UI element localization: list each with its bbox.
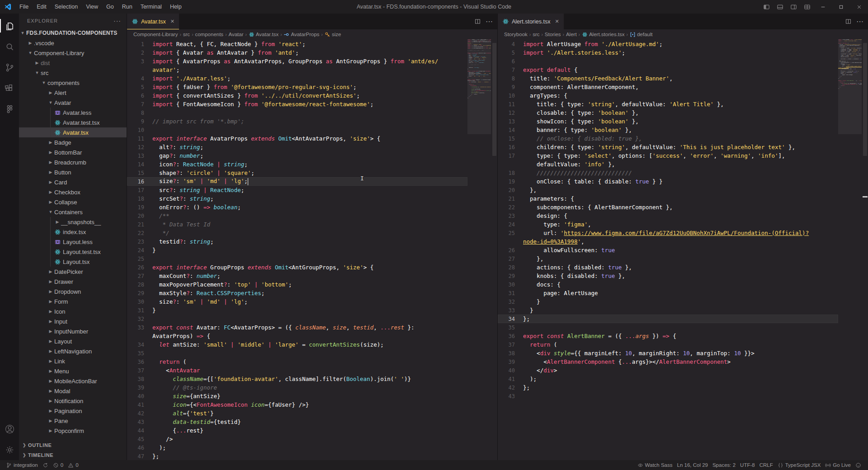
menu-item-terminal[interactable]: Terminal <box>137 0 166 14</box>
breadcrumb-src[interactable]: src <box>183 32 190 37</box>
tree-item-avatar-tsx[interactable]: Avatar.tsx <box>19 127 127 137</box>
breadcrumb-stories[interactable]: Stories <box>545 32 561 37</box>
code-editor[interactable]: 1import React, { FC, ReactNode } from 'r… <box>127 39 497 460</box>
tree-item-containers[interactable]: ▼Containers <box>19 207 127 217</box>
explorer-icon[interactable] <box>0 15 19 36</box>
status-indentation[interactable]: Spaces: 2 <box>710 460 738 470</box>
status-eol[interactable]: CRLF <box>757 460 775 470</box>
section-timeline[interactable]: ❯TIMELINE <box>19 450 127 460</box>
menu-item-go[interactable]: Go <box>102 0 118 14</box>
tree-item-components[interactable]: ▼components <box>19 78 127 88</box>
menu-item-file[interactable]: File <box>15 0 33 14</box>
search-icon[interactable] <box>0 36 19 57</box>
editor-more-actions-icon[interactable]: ⋯ <box>856 17 863 26</box>
customize-layout-button[interactable] <box>800 0 814 14</box>
status-encoding[interactable]: UTF-8 <box>738 460 757 470</box>
close-tab-icon[interactable]: ✕ <box>170 19 175 24</box>
split-editor-icon[interactable] <box>845 18 852 25</box>
tree-item-src[interactable]: ▼src <box>19 68 127 78</box>
menu-item-help[interactable]: Help <box>166 0 186 14</box>
breadcrumb-avatarprops[interactable]: AvatarProps <box>283 32 319 38</box>
tree-item-avatar-less[interactable]: {0}Avatar.less <box>19 108 127 118</box>
toggle-primary-sidebar-button[interactable] <box>760 0 773 14</box>
tab-avatar-tsx[interactable]: Avatar.tsx ✕ <box>127 14 179 29</box>
tree-item-pagination[interactable]: ▶Pagination <box>19 406 127 416</box>
status-language-mode[interactable]: TypeScript JSX <box>775 460 823 470</box>
tree-item-dropdown[interactable]: ▶Dropdown <box>19 287 127 296</box>
breadcrumb-default[interactable]: default <box>630 32 653 38</box>
breadcrumb-avatar[interactable]: Avatar <box>228 32 243 37</box>
section-outline[interactable]: ❯OUTLINE <box>19 440 127 450</box>
menu-item-view[interactable]: View <box>82 0 102 14</box>
status-errors[interactable]: 0 <box>51 460 66 470</box>
tree-item-component-library[interactable]: ▼Component-Library <box>19 48 127 58</box>
status-cursor-position[interactable]: Ln 16, Col 29 <box>675 460 710 470</box>
tree-item-pane[interactable]: ▶Pane <box>19 416 127 426</box>
breadcrumb-alert-stories-tsx[interactable]: Alert.stories.tsx <box>582 32 625 38</box>
tree-item-drawer[interactable]: ▶Drawer <box>19 277 127 287</box>
tree-item-modal[interactable]: ▶Modal <box>19 386 127 396</box>
breadcrumb-src[interactable]: src <box>533 32 539 37</box>
status-git-branch[interactable]: integration <box>4 460 40 470</box>
status-warnings[interactable]: 0 <box>66 460 80 470</box>
tree-item-mobileactionbar[interactable]: ▶MobileActionBar <box>19 376 127 386</box>
menu-item-selection[interactable]: Selection <box>51 0 82 14</box>
explorer-more-actions-button[interactable]: ··· <box>113 17 121 24</box>
minimap[interactable]: import React, { FC, ReactNode } from 're… <box>467 39 491 99</box>
tree-item-checkbox[interactable]: ▶Checkbox <box>19 187 127 197</box>
scrollbar-thumb[interactable] <box>863 43 867 156</box>
menu-item-run[interactable]: Run <box>118 0 137 14</box>
menu-item-edit[interactable]: Edit <box>33 0 51 14</box>
tree-item-layout-less[interactable]: {0}Layout.less <box>19 237 127 247</box>
toggle-secondary-sidebar-button[interactable] <box>787 0 800 14</box>
tree-item-snapshots[interactable]: ▶__snapshots__ <box>19 217 127 227</box>
breadcrumb-components[interactable]: components <box>195 32 223 37</box>
tree-item-avatar-test-tsx[interactable]: Avatar.test.tsx <box>19 118 127 127</box>
tree-item-layout-test-tsx[interactable]: Layout.test.tsx <box>19 247 127 257</box>
status-feedback[interactable] <box>853 460 863 470</box>
tree-item-popconfirm[interactable]: ▶Popconfirm <box>19 426 127 436</box>
tree-item-leftnavigation[interactable]: ▶LeftNavigation <box>19 346 127 356</box>
tree-item-collapse[interactable]: ▶Collapse <box>19 197 127 207</box>
tree-item-badge[interactable]: ▶Badge <box>19 137 127 147</box>
accounts-icon[interactable] <box>0 418 19 439</box>
tree-item-form[interactable]: ▶Form <box>19 296 127 306</box>
tree-item-notification[interactable]: ▶Notification <box>19 396 127 406</box>
close-tab-icon[interactable]: ✕ <box>555 19 559 24</box>
tree-item-vscode[interactable]: ▶.vscode <box>19 38 127 48</box>
tree-item-datepicker[interactable]: ▶DatePicker <box>19 267 127 277</box>
manage-icon[interactable] <box>0 439 19 460</box>
code-editor[interactable]: 4import AlertUsage from './AlertUsage.md… <box>498 39 868 460</box>
tree-item-layout-tsx[interactable]: Layout.tsx <box>19 257 127 267</box>
tree-item-icon[interactable]: ▶Icon <box>19 306 127 316</box>
tree-item-dist[interactable]: ▶dist <box>19 58 127 68</box>
tree-item-layout[interactable]: ▶Layout <box>19 336 127 346</box>
breadcrumb-size[interactable]: size <box>325 32 341 38</box>
status-watch-sass[interactable]: Watch Sass <box>635 460 675 470</box>
breadcrumb-alert[interactable]: Alert <box>566 32 577 37</box>
split-editor-icon[interactable] <box>474 18 481 25</box>
tree-root-fds-foundation-components[interactable]: ▼FDS.FOUNDATION-COMPONENTS <box>19 28 127 38</box>
tree-item-breadcrumb[interactable]: ▶Breadcrumb <box>19 157 127 167</box>
breadcrumb-storybook[interactable]: Storybook <box>504 32 528 37</box>
toggle-panel-button[interactable] <box>773 0 787 14</box>
minimap[interactable]: import AlertUsage from './AlertUsage.md'… <box>838 39 862 90</box>
tree-item-menu[interactable]: ▶Menu <box>19 366 127 376</box>
tree-item-button[interactable]: ▶Button <box>19 167 127 177</box>
minimize-button[interactable] <box>814 0 832 14</box>
status-go-live[interactable]: Go Live <box>823 460 853 470</box>
tree-item-link[interactable]: ▶Link <box>19 356 127 366</box>
breadcrumb-avatar-tsx[interactable]: Avatar.tsx <box>249 32 278 38</box>
close-window-button[interactable] <box>850 0 868 14</box>
maximize-button[interactable] <box>832 0 850 14</box>
status-sync[interactable] <box>40 460 51 470</box>
extensions-icon[interactable] <box>0 78 19 99</box>
tree-item-input[interactable]: ▶Input <box>19 316 127 326</box>
tree-item-avatar[interactable]: ▼Avatar <box>19 98 127 108</box>
tree-item-alert[interactable]: ▶Alert <box>19 88 127 98</box>
scrollbar-thumb[interactable] <box>492 43 496 156</box>
source-control-icon[interactable] <box>0 57 19 78</box>
editor-more-actions-icon[interactable]: ⋯ <box>486 17 493 26</box>
breadcrumb-component-library[interactable]: Component-Library <box>133 32 178 37</box>
tree-item-card[interactable]: ▶Card <box>19 177 127 187</box>
